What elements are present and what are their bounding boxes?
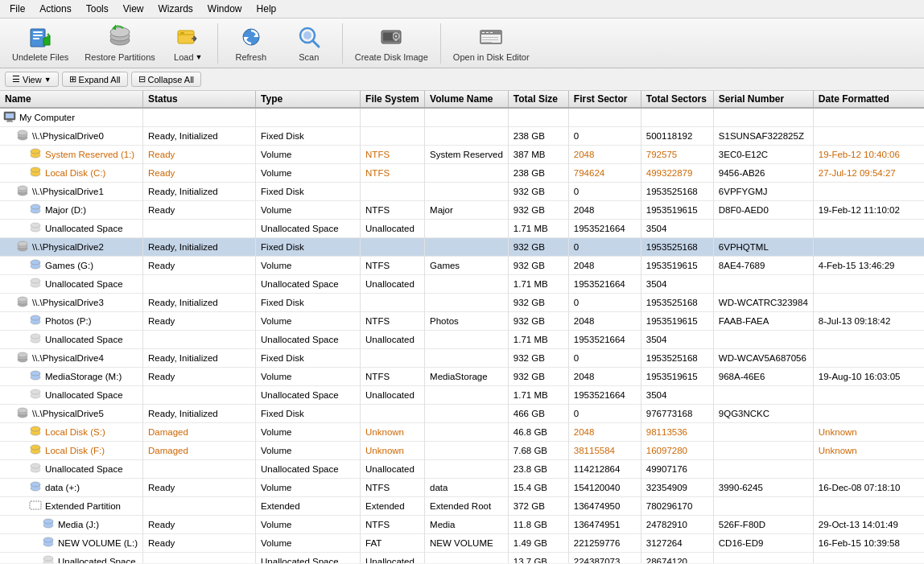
col-header-name[interactable]: Name [0,91,143,108]
cell-totalsize: 932 GB [508,368,568,386]
cell-totalsectors: 1953519615 [641,312,713,331]
cell-name: \\.\PhysicalDrive2 [0,238,143,257]
view-button[interactable]: ☰ View ▼ [5,72,59,87]
cell-date [813,108,924,127]
table-row[interactable]: Local Disk (F:)DamagedVolumeUnknown7.68 … [0,442,924,460]
table-row[interactable]: Extended PartitionExtendedExtendedExtend… [0,497,924,516]
cell-status: Ready, Initialized [143,183,256,201]
table-row[interactable]: Local Disk (S:)DamagedVolumeUnknown46.8 … [0,423,924,442]
cell-serial: 526F-F80D [713,516,813,534]
table-row[interactable]: Local Disk (C:)ReadyVolumeNTFS238 GB7946… [0,164,924,183]
cell-date: 16-Dec-08 07:18:10 [813,479,924,497]
table-row[interactable]: System Reserved (1:)ReadyVolumeNTFSSyste… [0,146,924,164]
cell-date [813,331,924,349]
cell-volname [425,275,509,294]
cell-type: Unallocated Space [256,460,361,479]
computer-icon [3,110,16,125]
create-disk-image-button[interactable]: Create Disk Image [348,20,435,66]
cell-firstsector: 38115584 [568,442,641,460]
table-row[interactable]: My ComputerWindows 7, Ultimate 6 [0,108,924,127]
undelete-files-button[interactable]: Undelete Files [5,20,76,66]
col-header-serial[interactable]: Serial Number [713,91,813,108]
cell-serial [713,423,813,442]
collapse-all-button[interactable]: ⊟ Collapse All [131,72,201,87]
table-row[interactable]: NEW VOLUME (L:)ReadyVolumeFATNEW VOLUME1… [0,534,924,553]
restore-partitions-button[interactable]: Restore Partitions [77,20,162,66]
table-row[interactable]: data (+:)ReadyVolumeNTFSdata15.4 GB15412… [0,479,924,497]
cell-fs [361,405,425,423]
cell-status: Ready [143,516,256,534]
table-row[interactable]: Unallocated SpaceUnallocated SpaceUnallo… [0,386,924,405]
col-header-totalsectors[interactable]: Total Sectors [641,91,713,108]
col-header-type[interactable]: Type [256,91,361,108]
cell-status: Ready, Initialized [143,294,256,312]
col-header-status[interactable]: Status [143,91,256,108]
cell-type: Volume [256,423,361,442]
table-row[interactable]: \\.\PhysicalDrive3Ready, InitializedFixe… [0,294,924,312]
table-row[interactable]: Photos (P:)ReadyVolumeNTFSPhotos932 GB20… [0,312,924,331]
col-header-firstsector[interactable]: First Sector [568,91,641,108]
menu-tools[interactable]: Tools [80,2,115,16]
table-row[interactable]: Unallocated SpaceUnallocated SpaceUnallo… [0,331,924,349]
table-row[interactable]: \\.\PhysicalDrive1Ready, InitializedFixe… [0,183,924,201]
cell-totalsize [508,108,568,127]
cell-totalsectors: 1953519615 [641,257,713,275]
expand-all-button[interactable]: ⊞ Expand All [62,72,128,87]
cell-date: 29-Oct-13 14:01:49 [813,516,924,534]
load-button[interactable]: Load ▼ [164,20,212,66]
cell-type: Fixed Disk [256,405,361,423]
menu-wizards[interactable]: Wizards [152,2,200,16]
cell-serial [713,497,813,516]
cell-serial: 968A-46E6 [713,368,813,386]
scan-button[interactable]: Scan [281,20,337,66]
toolbar-divider-3 [440,23,441,64]
table-row[interactable]: Unallocated SpaceUnallocated SpaceUnallo… [0,553,924,564]
cell-fs: NTFS [361,257,425,275]
cell-date: 4-Feb-15 13:46:29 [813,257,924,275]
table-row[interactable]: Games (G:)ReadyVolumeNTFSGames932 GB2048… [0,257,924,275]
col-header-date[interactable]: Date Formatted [813,91,924,108]
cell-type: Fixed Disk [256,127,361,146]
table-row[interactable]: Major (D:)ReadyVolumeNTFSMajor932 GB2048… [0,201,924,220]
menu-view[interactable]: View [117,2,151,16]
cell-totalsize: 932 GB [508,183,568,201]
cell-totalsectors: 1953519615 [641,368,713,386]
cell-type: Fixed Disk [256,349,361,368]
table-row[interactable]: \\.\PhysicalDrive5Ready, InitializedFixe… [0,405,924,423]
restore-partitions-icon [107,24,133,50]
cell-name: Games (G:) [0,257,143,275]
table-row[interactable]: \\.\PhysicalDrive2Ready, InitializedFixe… [0,238,924,257]
cell-volname: data [425,479,509,497]
menu-actions[interactable]: Actions [33,2,77,16]
cell-totalsectors: 1953525168 [641,238,713,257]
cell-serial: 9QG3NCKC [713,405,813,423]
refresh-button[interactable]: Refresh [223,20,279,66]
col-header-totalsize[interactable]: Total Size [508,91,568,108]
table-row[interactable]: Media (J:)ReadyVolumeNTFSMedia11.8 GB136… [0,516,924,534]
svg-rect-28 [482,37,498,38]
menu-window[interactable]: Window [201,2,249,16]
unalloc-icon [29,221,42,236]
cell-status: Ready [143,368,256,386]
table-row[interactable]: \\.\PhysicalDrive0Ready, InitializedFixe… [0,127,924,146]
cell-fs [361,183,425,201]
col-header-volname[interactable]: Volume Name [425,91,509,108]
cell-type: Unallocated Space [256,220,361,238]
table-row[interactable]: Unallocated SpaceUnallocated SpaceUnallo… [0,275,924,294]
table-row[interactable]: MediaStorage (M:)ReadyVolumeNTFSMediaSto… [0,368,924,386]
table-row[interactable]: Unallocated SpaceUnallocated SpaceUnallo… [0,460,924,479]
cell-fs [361,294,425,312]
cell-totalsectors: 3504 [641,275,713,294]
menu-file[interactable]: File [3,2,31,16]
svg-point-76 [31,371,40,376]
view-dropdown-arrow: ▼ [44,76,52,84]
open-disk-editor-button[interactable]: Open in Disk Editor [446,20,537,66]
menu-help[interactable]: Help [250,2,283,16]
col-header-fs[interactable]: File System [361,91,425,108]
table-row[interactable]: \\.\PhysicalDrive4Ready, InitializedFixe… [0,349,924,368]
cell-name: Unallocated Space [0,220,143,238]
unalloc-icon [29,277,42,291]
cell-serial: D8F0-AED0 [713,201,813,220]
table-row[interactable]: Unallocated SpaceUnallocated SpaceUnallo… [0,220,924,238]
hdd-icon [16,240,29,254]
